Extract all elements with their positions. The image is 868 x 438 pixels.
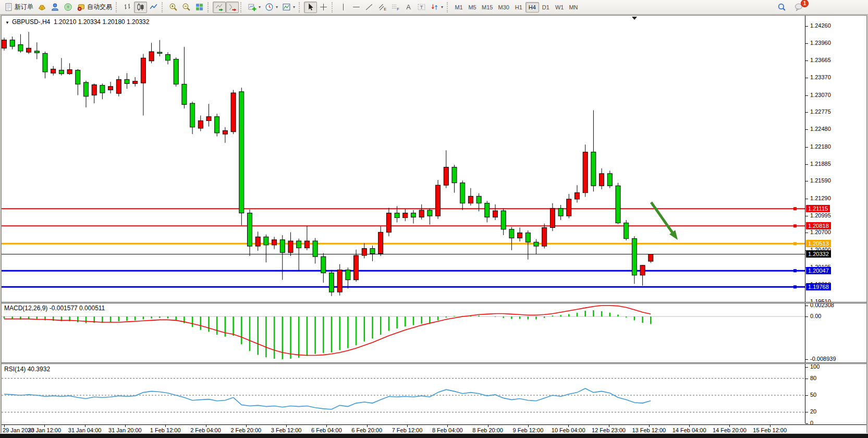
indicators-button[interactable]: ▾ (246, 2, 263, 13)
axis-tick-mark (805, 379, 808, 379)
channel-button[interactable]: E (376, 2, 389, 13)
time-axis[interactable]: 29 Jan 202330 Jan 12:0031 Jan 04:0031 Ja… (2, 424, 866, 433)
timeframe-button-m5[interactable]: M5 (466, 2, 479, 13)
fibonacci-button[interactable]: F (389, 2, 402, 13)
pane-splitter-macd[interactable] (2, 302, 866, 303)
axis-tick-mark (805, 147, 808, 148)
candle (370, 246, 375, 261)
candle (329, 270, 334, 296)
tile-windows-button[interactable] (193, 2, 206, 13)
chart-shift-button[interactable] (226, 2, 239, 13)
new-order-button[interactable]: 新订单 (2, 2, 35, 13)
periods-button[interactable]: ▾ (263, 2, 280, 13)
candle (76, 69, 80, 95)
signal-icon (64, 3, 72, 11)
candle (575, 185, 580, 202)
tile-icon (195, 3, 204, 11)
macd-pane[interactable] (2, 303, 805, 362)
timeframe-button-mn[interactable]: MN (566, 2, 580, 13)
timeframe-button-w1[interactable]: W1 (553, 2, 567, 13)
templates-button[interactable]: ▾ (280, 2, 297, 13)
ohlc-icon (123, 3, 132, 11)
candle (591, 110, 596, 191)
line-handle[interactable] (793, 224, 797, 227)
cursor-icon (306, 3, 315, 11)
timeframe-button-h1[interactable]: H1 (512, 2, 525, 13)
window-bottom-edge (0, 434, 868, 438)
axis-tick-mark (805, 129, 808, 130)
text-button[interactable]: A (402, 2, 415, 13)
auto-scroll-button[interactable] (213, 2, 226, 13)
cursor-button[interactable] (304, 2, 317, 13)
bar-chart-button[interactable] (121, 2, 134, 13)
zoom-out-button[interactable] (180, 2, 193, 13)
candle (239, 88, 244, 225)
auto-trading-button[interactable]: 自动交易 (75, 2, 114, 13)
chart-shift-marker[interactable] (632, 17, 637, 20)
timeframe-button-m1[interactable]: M1 (452, 2, 466, 13)
chevron-down-icon[interactable]: ▾ (293, 5, 295, 9)
svg-text:T: T (420, 4, 423, 10)
candle (133, 77, 138, 87)
arrow-annotation[interactable] (651, 202, 678, 240)
line-chart-button[interactable] (147, 2, 160, 13)
candle (378, 226, 383, 256)
toolbar-separator (332, 2, 335, 13)
timeframe-button-m15[interactable]: M15 (479, 2, 495, 13)
candle (223, 127, 227, 143)
rsi-pane[interactable] (2, 364, 805, 424)
axis-tick-mark (805, 412, 808, 412)
candle (501, 209, 506, 235)
label-button[interactable]: T (415, 2, 428, 13)
price-chart-pane[interactable] (2, 16, 805, 302)
line-icon (149, 3, 158, 11)
line-handle[interactable] (793, 242, 797, 245)
zoom-in-button[interactable] (167, 2, 180, 13)
timeframe-button-m30[interactable]: M30 (495, 2, 511, 13)
shapes-button[interactable]: ▾ (428, 2, 445, 13)
timeframe-button-h4[interactable]: H4 (525, 2, 539, 13)
chevron-down-icon[interactable]: ▾ (276, 5, 278, 9)
candle (116, 76, 121, 96)
chevron-down-icon[interactable]: ▾ (259, 5, 261, 9)
line-handle[interactable] (793, 285, 797, 288)
notifications-button[interactable]: 1 (792, 1, 805, 13)
line-handle[interactable] (793, 207, 797, 210)
profile-button[interactable] (48, 2, 62, 13)
candle (460, 180, 465, 210)
axis-tick-mark (805, 233, 808, 233)
price-tick-label: 1.23960 (810, 40, 831, 46)
person-icon (51, 3, 59, 11)
horizontal-line-button[interactable] (350, 2, 363, 13)
auto-trading-button-label: 自动交易 (87, 3, 112, 11)
candlestick-button[interactable] (134, 2, 147, 13)
candle (182, 47, 187, 108)
pane-splitter-rsi[interactable] (2, 362, 866, 364)
trendline-button[interactable] (363, 2, 376, 13)
search-button[interactable] (775, 1, 788, 13)
chevron-down-icon[interactable]: ▾ (441, 5, 443, 9)
chart-window[interactable]: ▼GBPUSD-,H4 1.20210 1.20334 1.20180 1.20… (1, 15, 867, 433)
chevron-down-icon[interactable]: ▼ (5, 20, 9, 25)
price-tick-label: 1.23070 (810, 92, 831, 98)
price-tick-label: 0.00 (810, 313, 821, 319)
gold-icon (38, 3, 46, 11)
gold-button[interactable] (35, 2, 48, 13)
toolbar-separator (162, 2, 165, 13)
candle (525, 230, 530, 260)
axis-tick-mark (805, 112, 808, 113)
candle (354, 250, 359, 282)
vertical-line-button[interactable] (337, 2, 350, 13)
time-axis-label: 12 Feb 23:00 (592, 427, 626, 433)
toolbar-separator (240, 2, 244, 13)
line-handle[interactable] (793, 269, 797, 272)
candle (616, 183, 620, 224)
signals-button[interactable] (62, 2, 75, 13)
time-axis-label: 8 Feb 20:00 (472, 427, 503, 433)
timeframe-button-d1[interactable]: D1 (539, 2, 553, 13)
price-tick-label: 100 (810, 363, 820, 370)
price-tick-label: 1.21290 (810, 195, 831, 201)
crosshair-button[interactable] (317, 2, 330, 13)
candle (18, 34, 23, 53)
new-order-button-label: 新订单 (15, 3, 33, 11)
